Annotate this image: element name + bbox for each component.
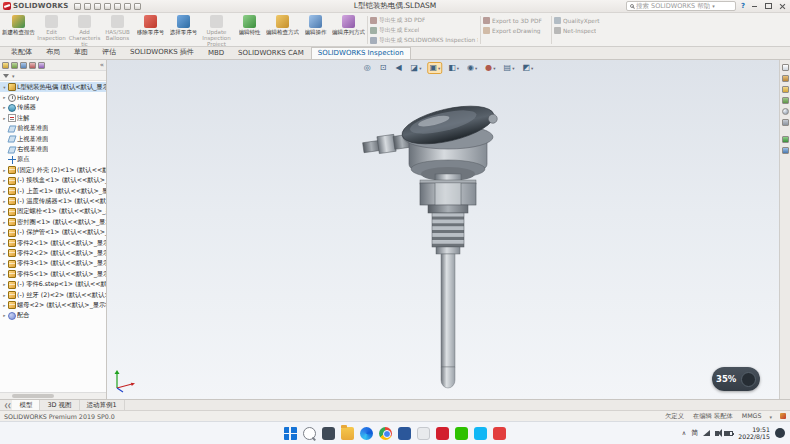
expand-arrow-icon[interactable]: ▸ <box>2 230 7 235</box>
tree-item[interactable]: ▸ (-) 保护管<1> (默认<<默认>_显示状... <box>0 227 106 237</box>
scrollbar-thumb[interactable] <box>12 394 54 398</box>
appearances-icon[interactable] <box>782 108 789 115</box>
expand-arrow-icon[interactable]: ▸ <box>2 293 7 298</box>
ribbon-button[interactable]: HAS/SUB Balloons <box>101 14 134 46</box>
graphics-area[interactable]: ▾ ▾ ▾ ▾ ▾ <box>107 60 790 399</box>
hud-button[interactable]: ▾ <box>465 62 479 74</box>
search-caret-icon[interactable] <box>712 2 715 10</box>
hud-button[interactable]: ▾ <box>409 62 424 74</box>
ribbon-button[interactable]: Edit Inspection <box>35 14 68 46</box>
dimxpertmanager-icon[interactable] <box>29 62 36 69</box>
chrome-icon[interactable] <box>379 427 392 440</box>
overlay-button-icon[interactable] <box>741 372 756 387</box>
tree-item[interactable]: ▸ History <box>0 92 106 102</box>
expand-arrow-icon[interactable]: ▾ <box>2 85 7 90</box>
command-tab[interactable]: MBD <box>201 47 231 59</box>
wechat-icon[interactable] <box>455 427 468 440</box>
tree-item[interactable]: 原点 <box>0 155 106 165</box>
ribbon-button[interactable]: Update Inspection Project <box>200 14 233 46</box>
hud-button[interactable] <box>378 62 390 74</box>
close-button[interactable] <box>778 2 787 11</box>
expand-arrow-icon[interactable]: ▸ <box>2 251 7 256</box>
tree-item[interactable]: ▸ (-) 接线盒<1> (默认<<默认>_显示状态... <box>0 176 106 186</box>
ribbon-button[interactable]: 编辑操作 <box>299 14 332 46</box>
document-tab[interactable]: 模型 <box>12 400 40 410</box>
tree-item[interactable]: ▸ (固定) 外壳 (2)<1> (默认<<默认>_显示状... <box>0 165 106 175</box>
ribbon-menu-item[interactable]: 导出生成 SOLIDWORKS Inspection 项目 <box>370 36 478 45</box>
ribbon-menu-item[interactable]: 导出生成 3D PDF <box>370 16 478 25</box>
tree-item[interactable]: ▸ 零件2<1> (默认<<默认>_显示状态... <box>0 238 106 248</box>
hud-button[interactable]: ▾ <box>427 62 442 74</box>
command-tab[interactable]: SOLIDWORKS 插件 <box>123 45 201 59</box>
expand-arrow-icon[interactable]: ▸ <box>2 209 7 214</box>
expand-arrow-icon[interactable]: ▸ <box>2 303 7 308</box>
command-tab[interactable]: SOLIDWORKS Inspection <box>311 47 411 59</box>
file-explorer-pane-icon[interactable] <box>782 86 789 93</box>
edge-icon[interactable] <box>360 427 373 440</box>
rebuild-icon[interactable] <box>124 3 131 10</box>
configurationmanager-icon[interactable] <box>20 62 27 69</box>
featuremanager-tree-icon[interactable] <box>2 62 9 69</box>
task-home-icon[interactable] <box>782 64 789 71</box>
custom-properties-icon[interactable] <box>782 119 789 126</box>
thermocouple-3d-model[interactable] <box>347 95 547 395</box>
hud-button[interactable]: ▾ <box>446 62 461 74</box>
network-icon[interactable] <box>703 430 710 436</box>
new-document-icon[interactable] <box>74 3 81 10</box>
tree-horizontal-scrollbar[interactable] <box>0 392 106 399</box>
tree-item[interactable]: ▸ (-) 零件6.step<1> (默认<<默认>_显... <box>0 279 106 289</box>
tree-item[interactable]: ▸ 螺母<2> (默认<<默认>_显示状态... <box>0 300 106 310</box>
document-tab[interactable]: 3D 视图 <box>40 400 79 410</box>
battery-icon[interactable] <box>724 431 733 436</box>
view-palette-icon[interactable] <box>782 97 789 104</box>
notification-icon[interactable] <box>775 428 785 438</box>
ribbon-button[interactable]: 编辑检查方式 <box>266 14 299 46</box>
tray-chevron-icon[interactable] <box>682 429 686 437</box>
ribbon-menu-item[interactable]: Export to 3D PDF <box>483 16 549 25</box>
command-tab[interactable]: 评估 <box>95 45 123 59</box>
qq-icon[interactable] <box>474 427 487 440</box>
ribbon-button[interactable]: 选择零序号 <box>167 14 200 46</box>
ribbon-button[interactable]: 编辑序列方式 <box>332 14 365 46</box>
ribbon-menu-item[interactable]: QualityXpert <box>554 16 612 25</box>
ribbon-menu-item[interactable]: Export eDrawing <box>483 26 549 35</box>
hud-button[interactable] <box>393 62 404 74</box>
tree-item[interactable]: ▸ 传感器 <box>0 103 106 113</box>
command-tab[interactable]: SOLIDWORKS CAM <box>231 47 311 59</box>
hud-button[interactable]: ▾ <box>502 62 517 74</box>
hud-button[interactable] <box>362 62 374 74</box>
filter-caret-icon[interactable] <box>12 72 15 80</box>
help-icon[interactable]: ? <box>741 2 745 10</box>
filter-funnel-icon[interactable] <box>3 74 9 78</box>
expand-arrow-icon[interactable]: ▸ <box>2 220 7 225</box>
volume-icon[interactable] <box>715 431 719 436</box>
maximize-button[interactable] <box>764 2 773 11</box>
office-app-icon[interactable] <box>398 427 411 440</box>
forum-icon[interactable] <box>782 147 789 154</box>
expand-arrow-icon[interactable]: ▸ <box>2 282 7 287</box>
ribbon-menu-item[interactable]: 导出生成 Excel <box>370 26 478 35</box>
collapse-panel-icon[interactable] <box>100 61 104 69</box>
command-tab[interactable]: 布局 <box>39 45 67 59</box>
tree-item[interactable]: ▸ (-) 温度传感器<1> (默认<<默认>_显... <box>0 196 106 206</box>
tree-item[interactable]: 前视基准面 <box>0 124 106 134</box>
tree-item[interactable]: ▸ 配合 <box>0 311 106 321</box>
music-app-icon[interactable] <box>493 427 506 440</box>
expand-arrow-icon[interactable]: ▸ <box>2 272 7 277</box>
task-view-icon[interactable] <box>322 427 335 440</box>
toolbox-icon[interactable] <box>782 136 789 143</box>
expand-arrow-icon[interactable]: ▸ <box>2 168 7 173</box>
tree-item[interactable]: ▸ 零件2<2> (默认<<默认>_显示状态... <box>0 248 106 258</box>
expand-arrow-icon[interactable]: ▸ <box>2 178 7 183</box>
expand-arrow-icon[interactable]: ▸ <box>2 95 7 100</box>
start-icon[interactable] <box>284 427 297 440</box>
tree-item[interactable]: ▸ 零件5<1> (默认<<默认>_显示状态... <box>0 269 106 279</box>
file-explorer-icon[interactable] <box>341 427 354 440</box>
screen-overlay-widget[interactable]: 35% <box>712 367 760 391</box>
tree-item[interactable]: ▸ (-) 上盖<1> (默认<<默认>_显示状态... <box>0 186 106 196</box>
propertymanager-icon[interactable] <box>11 62 18 69</box>
units-caret-icon[interactable] <box>769 413 772 420</box>
ime-indicator[interactable]: 简 <box>691 428 698 438</box>
clock[interactable]: 19:51 2022/8/15 <box>738 426 770 440</box>
command-tab[interactable]: 草图 <box>67 45 95 59</box>
